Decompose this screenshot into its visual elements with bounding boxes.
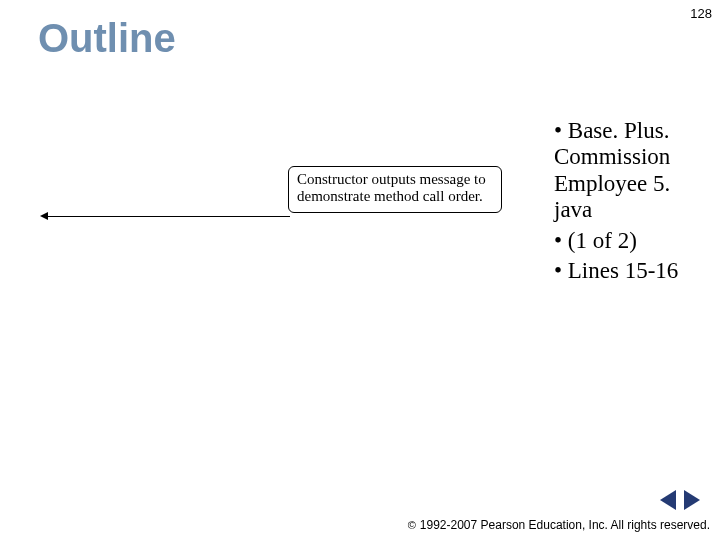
page-number: 128 [690, 6, 712, 21]
bullet-3-text: Lines 15-16 [568, 258, 679, 283]
footer: © 1992-2007 Pearson Education, Inc. All … [408, 518, 710, 532]
copyright-icon: © [408, 519, 416, 531]
bullet-1-text: Base. Plus. Commission Employee 5. java [554, 118, 670, 222]
footer-text: 1992-2007 Pearson Education, Inc. All ri… [420, 518, 710, 532]
prev-slide-icon[interactable] [660, 490, 676, 510]
bullet-item-1: • Base. Plus. Commission Employee 5. jav… [554, 118, 714, 224]
next-slide-icon[interactable] [684, 490, 700, 510]
bullet-2-text: (1 of 2) [568, 228, 637, 253]
nav-icons [660, 490, 700, 510]
arrow-head-icon [40, 212, 48, 220]
callout-arrow [40, 212, 290, 222]
callout-box: Constructor outputs message to demonstra… [288, 166, 502, 213]
arrow-line [46, 216, 290, 217]
bullet-item-3: • Lines 15-16 [554, 258, 714, 284]
bullet-item-2: • (1 of 2) [554, 228, 714, 254]
page-title: Outline [38, 16, 176, 61]
bullet-list: • Base. Plus. Commission Employee 5. jav… [554, 118, 714, 289]
callout-text: Constructor outputs message to demonstra… [297, 171, 486, 204]
